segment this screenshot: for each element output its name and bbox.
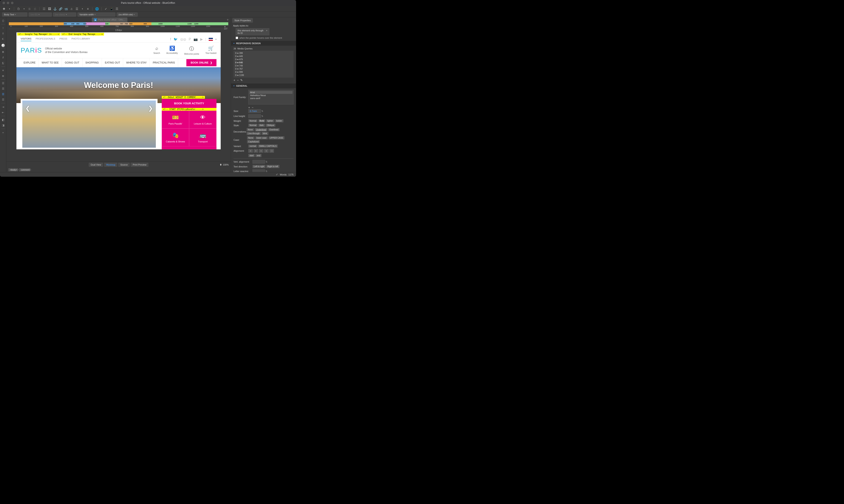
preview-button[interactable]: Print Preview: [131, 163, 149, 167]
id-select[interactable]: (no ID): [29, 13, 52, 17]
book-online-button[interactable]: BOOK ONLINE❯: [186, 59, 217, 66]
dt-icon[interactable]: ◨: [1, 123, 6, 128]
nav-practical[interactable]: PRACTICAL PARIS: [150, 58, 178, 67]
aria-select[interactable]: (no ARIA role): [117, 13, 138, 17]
close-window[interactable]: [2, 2, 5, 4]
case-cap[interactable]: Capitalized: [247, 140, 260, 143]
edit-mq-icon[interactable]: ✎: [240, 78, 243, 82]
source-button[interactable]: Source: [118, 163, 130, 167]
decor-underline[interactable]: Underlined: [255, 128, 268, 131]
dir-rtl[interactable]: Right to left: [266, 165, 279, 168]
breakpoint-ruler[interactable]: 399 449 450 500 640 767 768 800 900 1000…: [9, 22, 228, 25]
letter-spacing-input[interactable]: [253, 169, 265, 172]
style-normal[interactable]: Normal: [248, 124, 258, 127]
booking-cabarets[interactable]: 🎭Cabarets & Shows: [162, 128, 189, 146]
case-lower[interactable]: lower case: [255, 136, 268, 140]
language-flag[interactable]: [209, 38, 213, 41]
code-comment[interactable]: <!-- Google Tag Manager (n...-->: [17, 33, 61, 36]
anchor-icon[interactable]: ⚓: [53, 7, 57, 11]
mq-item[interactable]: 0 ➡ 640: [235, 61, 293, 64]
nav-see[interactable]: WHAT TO SEE: [39, 58, 62, 67]
search-action[interactable]: ⌕Search: [153, 46, 160, 55]
variant-smallcaps[interactable]: SMALL CAPITALS: [258, 145, 278, 148]
code-icon[interactable]: ⟨⟩: [1, 18, 6, 23]
ruler-handle[interactable]: ▲137: [224, 25, 227, 30]
add-tab-icon[interactable]: +: [227, 18, 229, 22]
pause-icon[interactable]: ‼: [1, 31, 6, 36]
weight-bold[interactable]: Bold: [258, 119, 265, 122]
remove-mq-icon[interactable]: −: [237, 78, 239, 82]
decor-none[interactable]: None: [246, 128, 254, 131]
basket-action[interactable]: 🛒Your basket: [206, 46, 217, 55]
tripadvisor-icon[interactable]: ◎◎: [180, 37, 186, 41]
hover-checkbox[interactable]: when the pointer hovers over the element: [236, 37, 294, 39]
nav-visitors[interactable]: VISITORS: [21, 37, 31, 41]
align-end[interactable]: end: [255, 154, 261, 157]
nav-shop[interactable]: SHOPPING: [83, 58, 102, 67]
variant-normal[interactable]: normal: [248, 145, 257, 148]
decor-line-through[interactable]: Line-through: [246, 132, 261, 135]
style-tab[interactable]: Style Properties: [232, 18, 253, 23]
class-select[interactable]: (no class): [53, 13, 76, 17]
booking-passlib[interactable]: 🎫Paris Passlib': [162, 111, 189, 128]
dropdown-icon[interactable]: ▾: [81, 7, 84, 11]
pinterest-icon[interactable]: P: [189, 37, 191, 41]
carousel-prev-icon[interactable]: ❮: [25, 105, 30, 112]
globe-icon[interactable]: 🌐: [95, 7, 99, 11]
nav-press[interactable]: PRESS: [59, 37, 67, 41]
list-ol-icon[interactable]: ≣: [1, 73, 6, 78]
carousel-next-icon[interactable]: ❯: [148, 105, 153, 112]
file-icon[interactable]: 🗋: [17, 7, 20, 11]
dropdown-icon[interactable]: ▾: [7, 7, 11, 11]
maximize-window[interactable]: [11, 2, 14, 4]
mobile-icon[interactable]: 📱: [109, 7, 113, 11]
mq-item[interactable]: 0 ➡ 749: [235, 64, 293, 67]
mq-item[interactable]: 0 ➡ 479: [235, 58, 293, 61]
style-oblique[interactable]: Oblique: [266, 124, 275, 127]
weight-normal[interactable]: Normal: [248, 119, 258, 122]
align-left-button[interactable]: ≡: [248, 149, 253, 153]
booking-leisure[interactable]: 👁Leisure & Culture: [189, 111, 217, 128]
accessibility-action[interactable]: ♿Accessibility: [166, 46, 178, 55]
save-icon[interactable]: 🗎: [28, 7, 31, 11]
link-icon[interactable]: 🔗: [58, 7, 62, 11]
remove-font-icon[interactable]: −: [252, 106, 253, 109]
c-icon[interactable]: C: [1, 36, 6, 41]
outdent-icon[interactable]: ⇤: [1, 110, 6, 115]
svg-icon[interactable]: ✓: [104, 7, 108, 11]
weight-lighter[interactable]: lighter: [266, 119, 274, 122]
mq-item[interactable]: 0 ➡ 399: [235, 52, 293, 55]
youtube-icon[interactable]: ▶: [200, 37, 203, 41]
code-comment[interactable]: <!-- End Google Tag Manage...-->: [61, 33, 104, 36]
decor-overline[interactable]: Overlined: [268, 128, 280, 131]
style-italic[interactable]: Italic: [258, 124, 265, 127]
instagram-icon[interactable]: 📷: [193, 37, 198, 41]
weight-bolder[interactable]: bolder: [275, 119, 283, 122]
breadcrumb-comment[interactable]: comment: [19, 168, 31, 172]
align-none-button[interactable]: ☐: [269, 149, 274, 153]
wysiwyg-button[interactable]: Wysiwyg: [104, 163, 117, 167]
hr-icon[interactable]: ≡: [86, 7, 90, 11]
mq-item[interactable]: 0 ➡ 1199: [235, 74, 293, 77]
twitter-icon[interactable]: 🐦: [173, 37, 178, 41]
valign-input[interactable]: [253, 160, 265, 164]
nav-out[interactable]: GOING OUT: [62, 58, 83, 67]
indent-icon[interactable]: ⇥: [1, 104, 6, 109]
video-icon[interactable]: 📹: [64, 7, 68, 11]
print-icon[interactable]: ⎙: [33, 7, 37, 11]
new-icon[interactable]: ✚: [2, 7, 6, 11]
mq-item[interactable]: 0 ➡ 767: [235, 67, 293, 70]
mq-item[interactable]: 0 ➡ 999: [235, 70, 293, 74]
list-ul-icon[interactable]: ≡: [1, 68, 6, 73]
bold-icon[interactable]: B: [1, 50, 6, 54]
responsive-header[interactable]: RESPONSIVE DESIGN: [231, 41, 296, 46]
css-icon[interactable]: ☴: [115, 7, 119, 11]
audio-icon[interactable]: ♫: [69, 7, 73, 11]
apply-select[interactable]: this element only through its ID: [236, 28, 269, 35]
align-justify-button[interactable]: ≡: [264, 149, 269, 153]
facebook-icon[interactable]: f: [170, 37, 171, 41]
add-mq-icon[interactable]: +: [234, 78, 235, 82]
code-comment[interactable]: <!--Début WIDGET E-COMMERC...-->: [162, 96, 205, 98]
italic-icon[interactable]: I: [1, 55, 6, 60]
nav-eat[interactable]: EATING OUT: [102, 58, 123, 67]
